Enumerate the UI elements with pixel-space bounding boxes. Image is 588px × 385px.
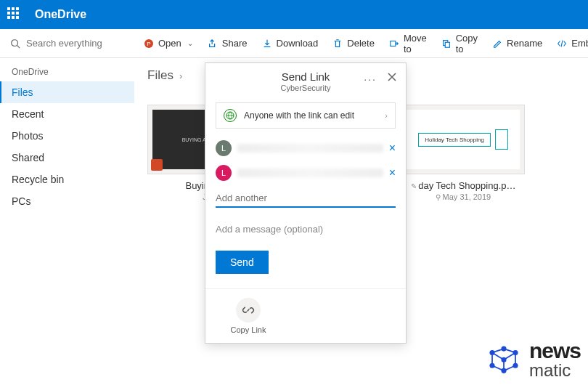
svg-line-15 <box>492 349 504 352</box>
sidebar-item-recyclebin[interactable]: Recycle bin <box>0 169 134 190</box>
watermark-text2: matic <box>529 360 581 381</box>
sidebar-item-recent[interactable]: Recent <box>0 103 134 125</box>
app-launcher-icon[interactable] <box>7 7 22 22</box>
search-icon <box>10 38 20 49</box>
recipients-list: L × L × <box>205 136 406 185</box>
delete-button[interactable]: Delete <box>327 33 380 53</box>
chevron-right-icon: › <box>385 111 388 120</box>
file-name: ✎ day Tech Shopping.p… <box>401 180 525 191</box>
close-icon[interactable] <box>387 72 397 82</box>
svg-line-21 <box>492 352 504 360</box>
svg-line-1 <box>17 45 20 48</box>
permission-label: Anyone with the link can edit <box>244 110 354 121</box>
copy-button[interactable]: Copy to <box>436 28 483 59</box>
permission-selector[interactable]: Anyone with the link can edit › <box>216 102 396 129</box>
watermark-logo: news matic <box>484 341 581 381</box>
sidebar-item-files[interactable]: Files <box>0 81 134 103</box>
embed-button[interactable]: Embed <box>551 33 588 53</box>
share-icon <box>208 38 218 49</box>
recipient-chip: L × <box>216 136 396 161</box>
file-card[interactable]: Holiday Tech Shopping ✎ day Tech Shoppin… <box>401 105 525 201</box>
message-input[interactable]: Add a message (optional) <box>205 209 406 235</box>
delete-label: Delete <box>347 38 375 49</box>
svg-line-22 <box>504 352 515 360</box>
copy-label: Copy to <box>456 33 478 54</box>
recipient-email <box>237 169 383 177</box>
sidebar-item-shared[interactable]: Shared <box>0 147 134 169</box>
thumb-preview: Holiday Tech Shopping <box>407 110 520 169</box>
svg-line-16 <box>504 349 515 352</box>
sidebar-title: OneDrive <box>0 62 134 81</box>
add-recipient-input[interactable] <box>216 190 396 208</box>
sidebar-item-pcs[interactable]: PCs <box>0 190 134 212</box>
rename-icon <box>492 38 502 49</box>
avatar: L <box>216 165 232 181</box>
move-button[interactable]: Move to <box>383 28 433 59</box>
sidebar: OneDrive Files Recent Photos Shared Recy… <box>0 58 134 385</box>
link-icon <box>242 304 255 317</box>
more-options-icon[interactable]: ··· <box>364 73 377 85</box>
remove-recipient-icon[interactable]: × <box>389 142 396 154</box>
file-thumbnail: Holiday Tech Shopping <box>401 105 525 174</box>
rename-label: Rename <box>507 38 542 49</box>
recipient-email <box>237 144 383 153</box>
share-dialog: Send Link CyberSecurity ··· Anyone with … <box>205 62 407 344</box>
globe-icon <box>224 109 237 122</box>
add-recipient-row <box>205 185 406 209</box>
file-date: ⚲ May 31, 2019 <box>401 192 525 201</box>
powerpoint-icon: P <box>144 38 154 49</box>
download-button[interactable]: Download <box>256 33 324 53</box>
open-label: Open <box>158 38 181 49</box>
share-button[interactable]: Share <box>202 33 253 53</box>
chevron-down-icon: ⌄ <box>187 39 193 47</box>
recipient-chip: L × <box>216 161 396 185</box>
search-input[interactable] <box>26 38 121 49</box>
search-box[interactable] <box>0 38 131 49</box>
watermark-icon <box>484 344 523 378</box>
watermark-text1: news <box>529 341 581 360</box>
embed-label: Embed <box>571 38 588 49</box>
embed-icon <box>557 38 567 49</box>
command-bar: P Open ⌄ Share Download Delete Move to C… <box>131 28 588 59</box>
remove-recipient-icon[interactable]: × <box>389 167 396 179</box>
titlebar: OneDrive <box>0 0 588 29</box>
move-icon <box>389 38 399 49</box>
avatar: L <box>216 140 232 156</box>
svg-text:P: P <box>147 41 150 47</box>
breadcrumb-root[interactable]: Files <box>147 68 173 83</box>
dialog-header: Send Link CyberSecurity ··· <box>205 63 406 97</box>
move-label: Move to <box>404 33 427 54</box>
rename-button[interactable]: Rename <box>486 33 548 53</box>
open-button[interactable]: P Open ⌄ <box>138 33 199 53</box>
share-label: Share <box>222 38 248 49</box>
delete-icon <box>332 38 343 49</box>
copy-link-button[interactable] <box>236 298 261 323</box>
svg-rect-4 <box>391 41 396 46</box>
svg-point-0 <box>12 39 18 46</box>
svg-line-19 <box>492 365 504 370</box>
send-button[interactable]: Send <box>216 251 269 274</box>
divider <box>205 288 406 289</box>
copy-icon <box>441 38 452 49</box>
chevron-right-icon: › <box>179 70 182 81</box>
sidebar-item-photos[interactable]: Photos <box>0 125 134 147</box>
download-label: Download <box>277 38 319 49</box>
toolbar: P Open ⌄ Share Download Delete Move to C… <box>0 29 588 58</box>
svg-line-18 <box>504 365 515 370</box>
download-icon <box>262 38 272 49</box>
copy-link-section: Copy Link <box>216 295 281 343</box>
copy-link-label: Copy Link <box>231 325 266 334</box>
svg-rect-6 <box>445 42 449 47</box>
brand-label: OneDrive <box>35 8 86 21</box>
